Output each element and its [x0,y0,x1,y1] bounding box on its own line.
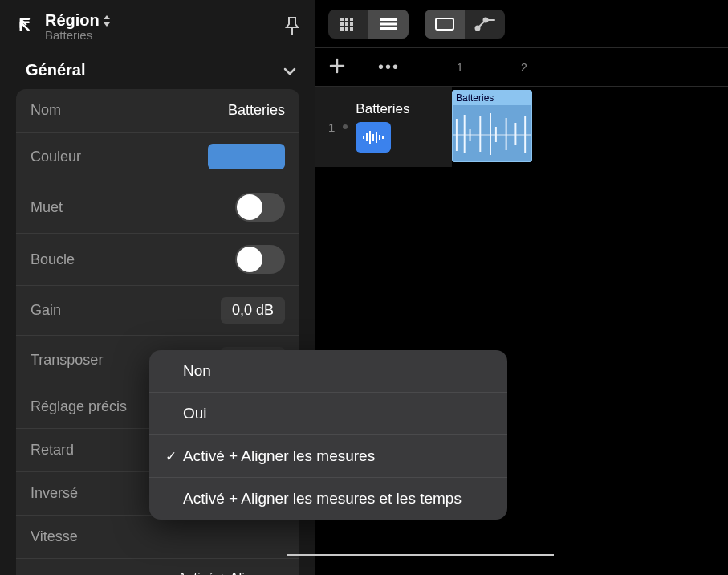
popup-item-align-bars[interactable]: ✓ Activé + Aligner les mesures [149,435,507,478]
svg-rect-25 [379,135,380,140]
prop-name[interactable]: Nom Batteries [16,89,299,133]
pin-icon[interactable] [283,16,301,40]
toggle-knob [237,247,262,272]
prop-speed-label: Vitesse [31,528,78,545]
audio-region[interactable]: Batteries [452,90,532,162]
prop-transpose-label: Transposer [31,352,103,369]
svg-rect-2 [345,18,348,21]
popup-item-non[interactable]: Non [149,350,507,393]
loop-toggle[interactable] [235,245,285,274]
list-view-btn[interactable] [368,10,409,39]
popup-item-oui[interactable]: Oui [149,393,507,435]
svg-rect-26 [382,136,384,139]
tracks-header: ••• 1 2 [315,48,728,87]
track-record-dot[interactable] [343,124,348,129]
mute-toggle[interactable] [235,193,285,222]
section-general[interactable]: Général [0,48,315,89]
inspector-title[interactable]: Région [45,11,283,30]
toggle-knob [237,194,262,220]
prop-reversed-label: Inversé [31,485,78,502]
prop-finetune-label: Réglage précis [31,398,127,415]
popup-label: Activé + Aligner les mesures et les temp… [183,490,491,508]
svg-rect-23 [372,134,374,141]
prop-delay-label: Retard [31,442,74,459]
svg-rect-12 [380,27,397,30]
prop-color[interactable]: Couleur [16,133,299,181]
more-button[interactable]: ••• [378,58,400,76]
prop-color-label: Couleur [31,149,81,165]
prop-mute-label: Muet [31,199,63,216]
svg-line-16 [479,22,484,27]
track-name: Batteries [356,101,409,117]
svg-rect-7 [340,27,344,31]
region-mode-btn[interactable] [425,10,465,39]
svg-rect-22 [369,131,371,144]
svg-rect-8 [345,27,348,31]
track-audio-icon[interactable] [356,122,391,153]
svg-rect-10 [380,18,397,21]
prop-gain[interactable]: Gain 0,0 dB [16,286,299,336]
mode-toggle [425,10,505,39]
svg-rect-1 [340,18,344,21]
svg-rect-5 [345,22,348,26]
track-header[interactable]: 1 Batteries [315,87,452,167]
track-number: 1 [328,120,335,134]
prop-flex-value[interactable]: Activé + Aligner les mesures [177,570,285,575]
callout-line [287,554,554,556]
svg-rect-9 [350,27,353,31]
svg-rect-13 [436,18,453,30]
svg-rect-21 [366,133,368,141]
prop-mute: Muet [16,181,299,234]
svg-rect-24 [376,132,377,143]
svg-rect-3 [350,18,353,21]
inspector-subtitle: Batteries [45,28,283,42]
svg-rect-4 [340,22,344,26]
color-swatch[interactable] [208,144,285,169]
arrange-toolbar [315,0,728,48]
automation-mode-btn[interactable] [465,10,505,39]
prop-loop: Boucle [16,234,299,286]
prop-loop-label: Boucle [31,251,75,268]
add-track-button[interactable] [328,55,346,80]
prop-gain-label: Gain [31,302,61,319]
popup-label: Non [183,362,491,380]
popup-label: Activé + Aligner les mesures [183,447,491,465]
view-toggle [328,10,409,39]
check-icon: ✓ [165,448,183,465]
grid-view-btn[interactable] [328,10,368,39]
ruler-mark: 2 [521,61,585,74]
flex-value-line1: Activé + Aligner [177,570,272,575]
section-title: Général [26,61,85,80]
ruler-mark: 1 [457,61,521,74]
flex-follow-popup: Non Oui ✓ Activé + Aligner les mesures A… [149,350,507,520]
prop-name-value: Batteries [228,102,285,119]
timeline-ruler[interactable]: 1 2 [452,61,728,74]
prop-name-label: Nom [31,102,61,119]
waveform-icon [453,107,531,162]
prop-gain-value[interactable]: 0,0 dB [221,297,285,324]
prop-speed[interactable]: Vitesse [16,516,299,559]
inspector-header: Région Batteries [0,0,315,48]
title-updown-icon [103,15,111,27]
track-lane[interactable]: Batteries [452,87,532,167]
up-arrow-icon[interactable] [14,16,34,39]
tracks-area: 1 Batteries [315,87,728,167]
prop-flex-follow[interactable]: Flex et suivre Activé + Aligner les mesu… [16,559,299,575]
svg-rect-20 [363,136,364,139]
chevron-down-icon [283,61,296,80]
inspector-title-text: Région [45,11,100,30]
popup-item-align-bars-beats[interactable]: Activé + Aligner les mesures et les temp… [149,478,507,520]
popup-label: Oui [183,405,491,422]
svg-rect-11 [380,22,397,25]
svg-rect-6 [350,22,353,26]
region-label: Batteries [453,91,531,105]
